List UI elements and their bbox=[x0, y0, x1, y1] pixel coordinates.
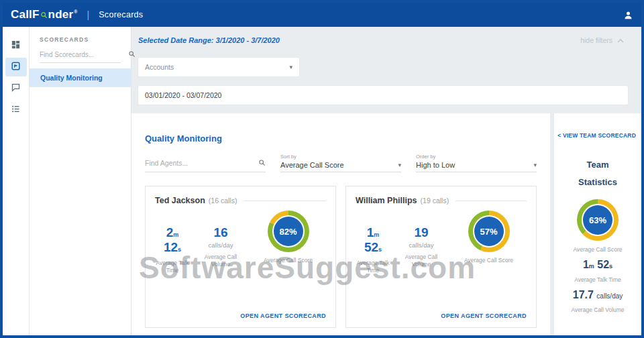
agent-stats: 1m 52s Average Talk Time 19 calls/day Av… bbox=[346, 205, 536, 275]
find-scorecards-input[interactable] bbox=[40, 51, 128, 58]
agent-name: William Phillips bbox=[356, 196, 417, 205]
logo-text-right: nder bbox=[48, 8, 74, 21]
order-by-value: High to Low bbox=[416, 161, 455, 169]
chevron-down-icon: ▾ bbox=[533, 162, 537, 168]
agent-card: William Phillips (19 calls) 1m 52s Avera… bbox=[345, 186, 537, 328]
order-by-group: Order by High to Low ▾ bbox=[416, 154, 537, 172]
talk-minutes: 1 bbox=[367, 225, 374, 239]
accounts-dropdown-value: Accounts bbox=[145, 63, 174, 71]
team-statistics-title: Team Statistics bbox=[554, 156, 641, 191]
user-account-icon[interactable] bbox=[623, 10, 633, 20]
list-icon bbox=[11, 104, 21, 117]
sort-by-value: Average Call Score bbox=[280, 161, 344, 169]
chevron-up-icon bbox=[617, 36, 624, 44]
order-by-label: Order by bbox=[416, 154, 537, 160]
team-talk-time-label: Average Talk Time bbox=[554, 276, 641, 283]
scorecards-search bbox=[40, 48, 121, 63]
magnifier-logo-icon bbox=[40, 9, 48, 22]
team-call-volume: 17.7 calls/day bbox=[554, 289, 641, 301]
team-talk-minutes-unit: m bbox=[589, 263, 594, 270]
chevron-down-icon: ▾ bbox=[289, 64, 292, 70]
nav-messages-button[interactable] bbox=[5, 79, 27, 98]
call-score-value: 57% bbox=[474, 217, 504, 246]
agent-controls: Sort by Average Call Score ▾ Order by Hi… bbox=[145, 154, 537, 172]
talk-seconds-unit: s bbox=[378, 246, 382, 253]
avg-call-volume-stat: 16 calls/day Average Call Volume bbox=[195, 225, 246, 269]
card-heading: Quality Monitoring bbox=[145, 133, 222, 144]
team-talk-minutes: 1 bbox=[583, 259, 589, 270]
avg-call-score-stat: 82% Average Call Score bbox=[246, 211, 330, 264]
nav-rail bbox=[3, 27, 30, 335]
team-volume-unit: calls/day bbox=[596, 292, 623, 300]
page-title: Scorecards bbox=[99, 10, 143, 19]
callfinder-logo: CallF nder ® bbox=[11, 8, 78, 21]
date-range-input[interactable] bbox=[138, 86, 628, 105]
team-statistics-panel: < VIEW TEAM SCORECARD Team Statistics 63… bbox=[554, 113, 641, 335]
open-agent-scorecard-link[interactable]: OPEN AGENT SCORECARD bbox=[240, 313, 326, 319]
sidebar: SCORECARDS Quality Monitoring bbox=[30, 27, 131, 335]
call-score-label: Average Call Score bbox=[260, 257, 317, 264]
app-window: CallF nder ® | Scorecards bbox=[0, 0, 644, 338]
quality-monitoring-card: Quality Monitoring Sort by Average Call … bbox=[131, 113, 550, 335]
call-volume-value: 16 bbox=[195, 225, 246, 240]
call-score-donut: 82% bbox=[268, 211, 309, 252]
call-score-label: Average Call Score bbox=[460, 257, 517, 264]
accounts-dropdown[interactable]: Accounts ▾ bbox=[138, 58, 299, 76]
selected-date-range: Selected Date Range: 3/1/2020 - 3/7/2020 bbox=[138, 36, 280, 44]
team-talk-seconds: 52 bbox=[597, 259, 609, 270]
nav-dashboard-button[interactable] bbox=[5, 36, 27, 55]
avg-talk-time-stat: 1m 52s Average Talk Time bbox=[352, 225, 394, 275]
team-score-donut-wrap: 63% bbox=[554, 199, 641, 241]
team-volume-label: Average Call Volume bbox=[554, 306, 641, 313]
agent-card-header: William Phillips (19 calls) bbox=[346, 186, 536, 205]
call-score-donut: 57% bbox=[468, 211, 510, 252]
talk-minutes: 2 bbox=[166, 225, 174, 239]
header-divider: | bbox=[87, 9, 90, 20]
top-bar: CallF nder ® | Scorecards bbox=[3, 3, 641, 27]
avg-talk-time-stat: 2m 12s Average Talk Time bbox=[151, 225, 194, 275]
team-title-line2: Statistics bbox=[554, 174, 641, 191]
date-range-label: Selected Date Range: bbox=[138, 36, 213, 44]
logo-text-left: CallF bbox=[11, 8, 40, 21]
team-score-donut: 63% bbox=[577, 199, 619, 241]
team-title-line1: Team bbox=[554, 156, 641, 174]
sort-by-select[interactable]: Average Call Score ▾ bbox=[280, 161, 401, 172]
agent-call-count: (19 calls) bbox=[421, 196, 449, 205]
order-by-select[interactable]: High to Low ▾ bbox=[416, 161, 537, 172]
open-agent-scorecard-link[interactable]: OPEN AGENT SCORECARD bbox=[441, 313, 527, 319]
search-icon bbox=[258, 157, 266, 169]
agent-name: Ted Jackson bbox=[155, 196, 205, 205]
agents-search bbox=[145, 157, 266, 172]
find-agents-input[interactable] bbox=[145, 159, 258, 167]
talk-minutes-unit: m bbox=[374, 231, 379, 238]
search-icon bbox=[128, 48, 136, 60]
registered-mark: ® bbox=[74, 9, 77, 14]
talk-seconds-unit: s bbox=[178, 246, 181, 253]
date-range-value: 3/1/2020 - 3/7/2020 bbox=[216, 36, 280, 44]
chat-icon bbox=[11, 82, 21, 95]
avg-call-volume-stat: 19 calls/day Average Call Volume bbox=[396, 225, 447, 269]
agent-card-header: Ted Jackson (16 calls) bbox=[146, 186, 335, 205]
view-team-scorecard-link[interactable]: < VIEW TEAM SCORECARD bbox=[557, 132, 636, 139]
sidebar-item-quality-monitoring[interactable]: Quality Monitoring bbox=[30, 68, 131, 87]
sort-by-group: Sort by Average Call Score ▾ bbox=[280, 154, 401, 172]
nav-scorecards-button[interactable] bbox=[5, 58, 27, 76]
talk-time-label: Average Talk Time bbox=[352, 260, 394, 275]
scorecards-icon bbox=[11, 61, 21, 74]
call-volume-unit: calls/day bbox=[396, 241, 447, 249]
team-score-label: Average Call Score bbox=[554, 246, 641, 253]
agent-call-count: (16 calls) bbox=[209, 196, 237, 205]
call-volume-label: Average Call Volume bbox=[195, 253, 246, 269]
sort-by-label: Sort by bbox=[280, 154, 401, 160]
talk-minutes-unit: m bbox=[173, 231, 178, 238]
hide-filters-label: hide filters bbox=[580, 36, 612, 44]
team-talk-time: 1m 52s bbox=[554, 259, 641, 271]
header-rule bbox=[455, 201, 527, 201]
call-volume-value: 19 bbox=[396, 225, 447, 240]
agent-card: Ted Jackson (16 calls) 2m 12s Average Ta… bbox=[145, 186, 336, 328]
hide-filters-toggle[interactable]: hide filters bbox=[580, 36, 624, 44]
nav-list-button[interactable] bbox=[5, 101, 27, 119]
sidebar-section-label: SCORECARDS bbox=[30, 36, 131, 43]
avg-call-score-stat: 57% Average Call Score bbox=[447, 211, 531, 264]
agent-card-list: Ted Jackson (16 calls) 2m 12s Average Ta… bbox=[145, 186, 537, 328]
